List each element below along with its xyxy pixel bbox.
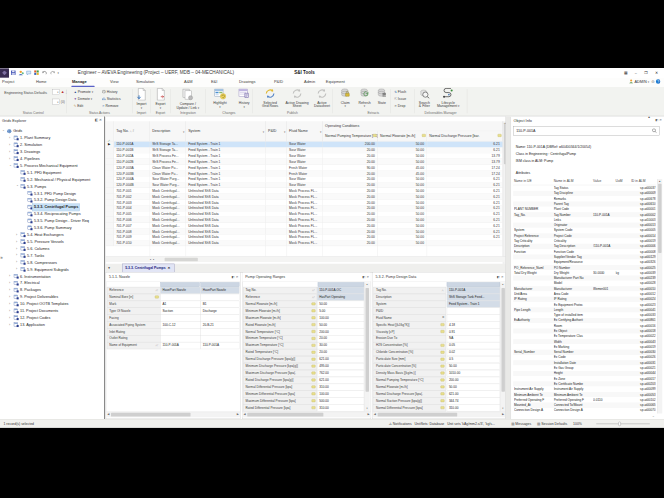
- svg-text:?: ?: [657, 80, 659, 84]
